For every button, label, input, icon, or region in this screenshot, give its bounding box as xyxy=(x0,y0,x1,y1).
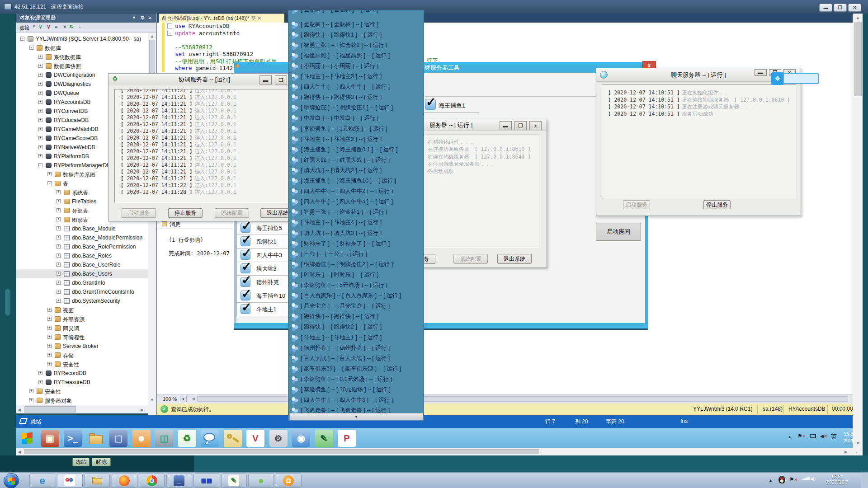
rdp-resize-grip[interactable]: ⋰ xyxy=(853,448,863,455)
folder-icon[interactable] xyxy=(87,430,105,447)
tree-item[interactable]: +RYRecordDB xyxy=(16,369,148,378)
game-list-item[interactable]: [ 明牌抢庄 ] -- [ 明牌抢庄1 ] -- [ 运行 ] xyxy=(288,103,424,111)
game-list-item[interactable]: [ 红黑大战 ] -- [ 红黑大战 ] -- [ 运行 ] xyxy=(288,155,424,164)
tree-expander[interactable]: + xyxy=(38,145,42,149)
taskbar-firefox[interactable] xyxy=(112,474,137,488)
tree-expander[interactable]: + xyxy=(57,235,61,239)
tree-item[interactable]: +系统数据库 xyxy=(16,52,148,61)
chat-minimize-button[interactable]: ▬ xyxy=(755,69,767,76)
tree-expander[interactable]: - xyxy=(38,163,42,167)
start-room-button[interactable]: 启动房间 xyxy=(596,223,641,241)
tree-expander[interactable]: + xyxy=(47,335,52,339)
tree-expander[interactable]: + xyxy=(38,109,42,113)
taskbar-qq[interactable]: Ω xyxy=(276,474,302,488)
game-list-item[interactable]: [ 斗地主 ] -- [ 斗地主4 ] -- [ 运行 ] xyxy=(288,218,424,226)
settings-icon[interactable]: ◉ xyxy=(292,430,310,447)
tree-item[interactable]: +存储 xyxy=(16,351,148,360)
login-minimize-button[interactable]: ▬ xyxy=(500,121,512,130)
game-list-item[interactable]: [ 中发白 ] -- [ 中发白 ] -- [ 运行 ] xyxy=(288,113,424,122)
game-list-item[interactable]: [ 跑得快 ] -- [ 跑得快3 ] -- [ 运行 ] xyxy=(288,93,424,101)
tree-item[interactable]: +dbo.Base_Users xyxy=(16,269,148,278)
tree-item[interactable]: +dbo.GrantInfo xyxy=(16,278,148,287)
tree-expander[interactable]: + xyxy=(57,226,61,230)
notebook-icon[interactable]: ✎ xyxy=(315,430,333,447)
game-list-item[interactable]: [ 时时乐 ] -- [ 时时乐 ] -- [ 运行 ] xyxy=(288,270,424,278)
game-list-item[interactable]: [ 斗地主 ] -- [ 斗地主1 ] -- [ 运行 ] xyxy=(288,333,424,341)
zoom-level[interactable]: 100 % xyxy=(163,396,177,402)
game-list-item[interactable]: [ 明牌抢庄 ] -- [ 明牌抢庄2 ] -- [ 运行 ] xyxy=(288,260,424,268)
game-list-item[interactable]: [ 斗地主 ] -- [ 斗地主3 ] -- [ 运行 ] xyxy=(288,72,424,80)
taskbar-chrome[interactable] xyxy=(139,474,165,488)
panel-menu-icon[interactable]: ▼ xyxy=(132,14,136,22)
rdp-hscrollbar[interactable]: ◀ ▶ xyxy=(16,448,853,455)
tree-expander[interactable]: + xyxy=(38,371,42,375)
tree-expander[interactable]: + xyxy=(38,55,42,59)
host-clock[interactable]: 15:31 2020/12/7 xyxy=(820,474,854,485)
freeze-button[interactable]: 冻结 xyxy=(72,458,90,466)
tree-expander[interactable]: + xyxy=(57,244,61,249)
game-room-list[interactable]: [ 金瓶梅 ] -- [ 金瓶梅 ] -- [ 运行 ][ 金瓶梅 ] -- [… xyxy=(288,10,424,421)
game-list-item[interactable]: [ 李逵劈鱼 ] -- [ 0.1元炮场 ] -- [ 运行 ] xyxy=(288,375,424,383)
game-checkbox[interactable] xyxy=(241,223,250,233)
host-flag-icon[interactable]: ⚑✕ xyxy=(789,476,797,483)
tree-expander[interactable]: + xyxy=(38,100,42,104)
game-list-item[interactable]: [ 智勇三张 ] -- [ 诈金花1 ] -- [ 运行 ] xyxy=(288,207,424,216)
qq-tray-icon[interactable] xyxy=(778,476,785,483)
game-list-item[interactable]: [ 百人大战 ] -- [ 百人大战 ] -- [ 运行 ] xyxy=(288,354,424,362)
tree-hscrollbar[interactable]: ◀ ▶ xyxy=(16,405,148,413)
remote-flag-icon[interactable]: ⚑✕ xyxy=(797,433,806,439)
game-checkbox[interactable] xyxy=(241,236,250,246)
refresh-icon[interactable]: ↻ xyxy=(70,24,74,30)
toolbox-icon[interactable]: ▣ xyxy=(41,430,59,447)
v-tool-icon[interactable]: V xyxy=(246,430,264,447)
rdp-restore-button[interactable]: ❐ xyxy=(834,4,847,12)
tree-item[interactable]: +dbo.Base_ModulePermission xyxy=(16,233,148,242)
tree-expander[interactable]: + xyxy=(57,290,61,294)
tree-item[interactable]: +Service Broker xyxy=(16,342,148,351)
game-list-item[interactable]: [ 福星高照 ] -- [ 福星高照 ] -- [ 运行 ] xyxy=(288,51,424,59)
game-list-item[interactable]: [ 斗地主 ] -- [ 斗地主2 ] -- [ 运行 ] xyxy=(288,135,424,143)
game-list-item[interactable]: [ 填大坑 ] -- [ 填大坑3 ] -- [ 运行 ] xyxy=(288,229,424,237)
tree-expander[interactable]: + xyxy=(47,317,52,321)
coord-minimize-button[interactable]: ▬ xyxy=(259,75,272,84)
taskbar-notepad[interactable]: ✎ xyxy=(221,474,247,488)
game-list-item[interactable]: [ 四人牛牛 ] -- [ 四人牛牛3 ] -- [ 运行 ] xyxy=(288,395,424,404)
tree-expander[interactable]: - xyxy=(29,46,33,50)
login-restore-button[interactable]: ❐ xyxy=(514,121,527,130)
object-explorer-header[interactable]: 对象资源管理器 ▼ 푸 ✕ xyxy=(16,14,156,23)
host-tray-expand[interactable]: ▲ xyxy=(769,478,773,483)
game-list-item[interactable]: [ 三公 ] -- [ 三公 ] -- [ 运行 ] xyxy=(288,249,424,258)
tray-expand-icon[interactable]: ▲ xyxy=(788,435,792,439)
tree-expander[interactable]: + xyxy=(38,118,42,122)
tree-expander[interactable]: + xyxy=(57,263,61,267)
tree-expander[interactable]: + xyxy=(47,362,52,366)
tab-game-label[interactable]: 海王捕鱼1 xyxy=(439,102,465,110)
tree-item[interactable]: +安全性 xyxy=(16,360,148,369)
game-list-item[interactable]: [ 填大坑 ] -- [ 填大坑2 ] -- [ 运行 ] xyxy=(288,166,424,174)
taskbar-applauncher[interactable] xyxy=(57,474,83,488)
tree-expander[interactable]: + xyxy=(29,398,33,402)
game-list-item[interactable]: [ 李逵劈鱼 ] -- [ 10元炮场 ] -- [ 运行 ] xyxy=(288,385,424,393)
sql-document-tab[interactable]: 前台控制权限.sql - YY...tsDB (sa (148))* 푸 ✕ xyxy=(159,14,284,23)
tree-item[interactable]: +dbo.Base_Roles xyxy=(16,251,148,260)
recycle-icon[interactable]: ♻ xyxy=(178,430,196,447)
rdp-minimize-button[interactable]: ▬ xyxy=(819,4,832,12)
filter-icon[interactable]: ▼ xyxy=(62,24,67,29)
taskbar-folder[interactable] xyxy=(84,474,110,488)
coord-stop-button[interactable]: 停止服务 xyxy=(168,208,203,218)
chat-start-button[interactable]: 启动服务 xyxy=(623,200,650,209)
tree-item[interactable]: +dbo.Base_UserRole xyxy=(16,260,148,269)
game-list-item[interactable]: [ 跑得快 ] -- [ 跑得快1 ] -- [ 运行 ] xyxy=(288,30,424,38)
tree-item[interactable]: +dbo.Base_Module xyxy=(16,224,148,233)
tree-expander[interactable]: + xyxy=(38,82,42,86)
tree-expander[interactable]: + xyxy=(38,91,42,95)
start-button[interactable] xyxy=(4,473,19,488)
game-list-item[interactable]: [ 智勇三张 ] -- [ 诈金花2 ] -- [ 运行 ] xyxy=(288,41,424,49)
game-list-item[interactable]: [ 海王捕鱼 ] -- [ 海王捕鱼10 ] -- [ 运行 ] xyxy=(288,176,424,184)
tree-expander[interactable]: + xyxy=(38,127,42,131)
tree-item[interactable]: +dbo.SystemSecurity xyxy=(16,296,148,305)
tree-item[interactable]: +可编程性 xyxy=(16,333,148,342)
host-volume-icon[interactable]: ◀) xyxy=(810,476,816,482)
game-checkbox[interactable] xyxy=(241,291,250,300)
tree-expander[interactable]: + xyxy=(38,154,42,158)
